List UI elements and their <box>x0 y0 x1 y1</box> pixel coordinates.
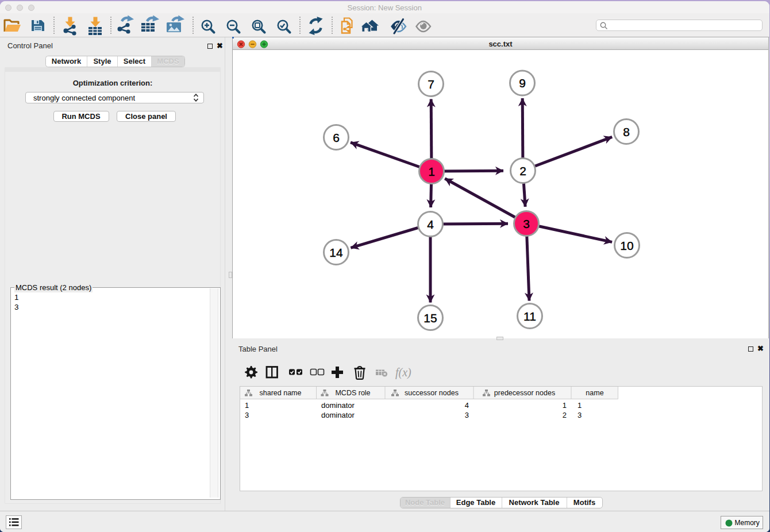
svg-text:name: name <box>586 389 603 397</box>
svg-text:14: 14 <box>329 246 343 259</box>
svg-text:MCDS role: MCDS role <box>335 389 370 397</box>
svg-text:predecessor nodes: predecessor nodes <box>494 389 555 397</box>
svg-text:8: 8 <box>623 125 630 138</box>
svg-text:1: 1 <box>428 165 435 178</box>
svg-text:successor nodes: successor nodes <box>405 389 459 397</box>
svg-text:10: 10 <box>620 239 633 252</box>
svg-text:3: 3 <box>523 217 530 230</box>
svg-text:6: 6 <box>333 131 340 144</box>
svg-text:9: 9 <box>519 76 526 90</box>
svg-text:shared name: shared name <box>260 389 302 397</box>
svg-text:7: 7 <box>428 78 434 91</box>
svg-text:15: 15 <box>424 311 437 325</box>
svg-text:2: 2 <box>519 164 526 178</box>
svg-text:4: 4 <box>427 218 434 231</box>
svg-text:f(x): f(x) <box>395 366 411 379</box>
svg-text:11: 11 <box>523 310 536 323</box>
